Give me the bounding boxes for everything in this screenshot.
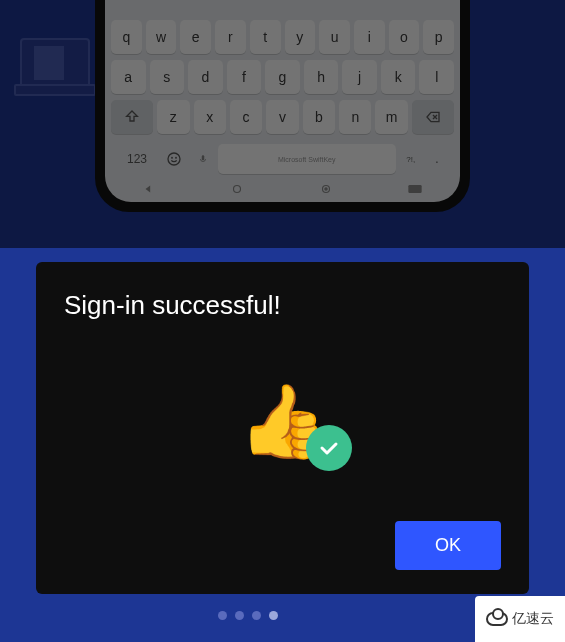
keyboard-nav-icon[interactable] bbox=[407, 183, 423, 195]
key-b[interactable]: b bbox=[303, 100, 335, 134]
mode-switch-key[interactable]: 123 bbox=[117, 144, 157, 174]
dialog-illustration: 👍 bbox=[64, 321, 501, 521]
svg-point-0 bbox=[168, 153, 180, 165]
svg-rect-7 bbox=[408, 185, 421, 193]
key-u[interactable]: u bbox=[319, 20, 350, 54]
svg-point-6 bbox=[324, 188, 326, 190]
key-s[interactable]: s bbox=[150, 60, 185, 94]
keyboard-row-2: z x c v b n m bbox=[111, 100, 454, 134]
background-laptop-illustration bbox=[20, 38, 90, 90]
key-v[interactable]: v bbox=[266, 100, 298, 134]
key-p[interactable]: p bbox=[423, 20, 454, 54]
key-h[interactable]: h bbox=[304, 60, 339, 94]
pagination-dots bbox=[0, 611, 495, 620]
keyboard-bottom-row: 123 Microsoft SwiftKey ?!, . bbox=[111, 140, 454, 174]
period-key[interactable]: . bbox=[426, 144, 448, 174]
svg-point-4 bbox=[234, 186, 241, 193]
home-icon[interactable] bbox=[230, 182, 244, 196]
key-w[interactable]: w bbox=[146, 20, 177, 54]
page-dot-3[interactable] bbox=[269, 611, 278, 620]
key-l[interactable]: l bbox=[419, 60, 454, 94]
mic-icon bbox=[198, 154, 208, 164]
backspace-key[interactable] bbox=[412, 100, 454, 134]
dialog-actions: OK bbox=[64, 521, 501, 570]
key-r[interactable]: r bbox=[215, 20, 246, 54]
key-a[interactable]: a bbox=[111, 60, 146, 94]
key-m[interactable]: m bbox=[375, 100, 407, 134]
back-icon[interactable] bbox=[142, 182, 156, 196]
key-g[interactable]: g bbox=[265, 60, 300, 94]
keyboard-row-1: a s d f g h j k l bbox=[111, 60, 454, 94]
android-navbar bbox=[105, 176, 460, 202]
key-q[interactable]: q bbox=[111, 20, 142, 54]
svg-point-2 bbox=[176, 157, 177, 158]
comma-key[interactable] bbox=[192, 144, 214, 174]
key-c[interactable]: c bbox=[230, 100, 262, 134]
phone-mockup: q w e r t y u i o p a s d f g h j k l bbox=[95, 0, 470, 212]
dialog-title: Sign-in successful! bbox=[64, 290, 501, 321]
signin-success-dialog: Sign-in successful! 👍 OK bbox=[36, 262, 529, 594]
page-dot-1[interactable] bbox=[235, 611, 244, 620]
cloud-icon bbox=[486, 612, 508, 626]
watermark: 亿速云 bbox=[475, 596, 565, 642]
emoji-icon bbox=[166, 151, 182, 167]
soft-keyboard: q w e r t y u i o p a s d f g h j k l bbox=[105, 20, 460, 174]
shift-key[interactable] bbox=[111, 100, 153, 134]
recents-icon[interactable] bbox=[319, 182, 333, 196]
page-dot-2[interactable] bbox=[252, 611, 261, 620]
punct-key[interactable]: ?!, bbox=[400, 144, 422, 174]
key-f[interactable]: f bbox=[227, 60, 262, 94]
key-j[interactable]: j bbox=[342, 60, 377, 94]
key-n[interactable]: n bbox=[339, 100, 371, 134]
keyboard-row-0: q w e r t y u i o p bbox=[111, 20, 454, 54]
shift-icon bbox=[124, 109, 140, 125]
emoji-key[interactable] bbox=[161, 144, 188, 174]
check-icon bbox=[317, 436, 341, 460]
page-dot-0[interactable] bbox=[218, 611, 227, 620]
watermark-text: 亿速云 bbox=[512, 610, 554, 628]
backspace-icon bbox=[425, 109, 441, 125]
key-k[interactable]: k bbox=[381, 60, 416, 94]
ok-button[interactable]: OK bbox=[395, 521, 501, 570]
phone-screen: q w e r t y u i o p a s d f g h j k l bbox=[105, 0, 460, 202]
svg-rect-3 bbox=[202, 155, 205, 160]
key-d[interactable]: d bbox=[188, 60, 223, 94]
key-e[interactable]: e bbox=[180, 20, 211, 54]
svg-point-1 bbox=[172, 157, 173, 158]
thumbs-up-icon: 👍 bbox=[238, 385, 328, 457]
key-i[interactable]: i bbox=[354, 20, 385, 54]
key-x[interactable]: x bbox=[194, 100, 226, 134]
key-z[interactable]: z bbox=[157, 100, 189, 134]
key-t[interactable]: t bbox=[250, 20, 281, 54]
space-key[interactable]: Microsoft SwiftKey bbox=[218, 144, 396, 174]
document-icon bbox=[34, 46, 64, 80]
check-badge bbox=[306, 425, 352, 471]
key-o[interactable]: o bbox=[389, 20, 420, 54]
key-y[interactable]: y bbox=[285, 20, 316, 54]
